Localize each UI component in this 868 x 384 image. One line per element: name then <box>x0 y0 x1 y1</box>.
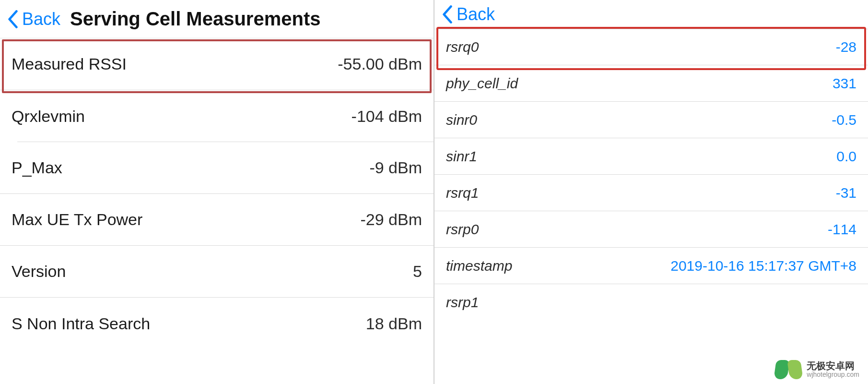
left-nav: Back Serving Cell Measurements <box>0 0 434 38</box>
row-value: 5 <box>413 262 422 281</box>
row-rsrp0[interactable]: rsrp0 -114 <box>434 211 868 248</box>
chevron-left-icon <box>8 10 18 28</box>
row-value: -104 dBm <box>352 107 422 126</box>
back-label: Back <box>22 9 60 29</box>
watermark-logo-icon <box>775 360 802 379</box>
row-timestamp[interactable]: timestamp 2019-10-16 15:17:37 GMT+8 <box>434 248 868 284</box>
row-phy-cell-id[interactable]: phy_cell_id 331 <box>434 65 868 102</box>
chevron-left-icon <box>442 5 453 24</box>
right-nav: Back <box>434 0 868 29</box>
row-label: sinr0 <box>446 112 477 128</box>
right-pane: Back rsrq0 -28 phy_cell_id 331 sinr0 -0.… <box>434 0 868 384</box>
row-sinr1[interactable]: sinr1 0.0 <box>434 138 868 175</box>
row-value: -29 dBm <box>361 210 422 229</box>
row-label: sinr1 <box>446 148 477 165</box>
back-button-right[interactable]: Back <box>442 4 495 24</box>
row-value: -31 <box>836 185 856 201</box>
row-label: rsrq1 <box>446 185 479 201</box>
back-button-left[interactable]: Back <box>8 9 60 29</box>
row-value: 0.0 <box>836 148 856 165</box>
app-frame: Back Serving Cell Measurements Measured … <box>0 0 868 384</box>
row-label: Max UE Tx Power <box>12 210 142 229</box>
row-measured-rssi[interactable]: Measured RSSI -55.00 dBm <box>0 38 434 90</box>
row-label: rsrp1 <box>446 294 479 311</box>
row-pmax[interactable]: P_Max -9 dBm <box>0 142 434 194</box>
watermark-url: wjhotelgroup.com <box>807 371 859 378</box>
row-value: 18 dBm <box>366 314 422 333</box>
row-label: rsrp0 <box>446 221 479 238</box>
row-label: timestamp <box>446 258 512 274</box>
row-qrxlevmin[interactable]: Qrxlevmin -104 dBm <box>0 90 434 142</box>
left-pane: Back Serving Cell Measurements Measured … <box>0 0 434 384</box>
watermark-title: 无极安卓网 <box>807 360 859 371</box>
watermark: 无极安卓网 wjhotelgroup.com <box>775 360 859 379</box>
row-value: -55.00 dBm <box>338 55 422 73</box>
row-label: phy_cell_id <box>446 75 518 92</box>
row-value: 2019-10-16 15:17:37 GMT+8 <box>670 258 856 274</box>
row-value: 331 <box>833 75 856 92</box>
row-value: -114 <box>828 221 856 238</box>
row-s-non-intra-search[interactable]: S Non Intra Search 18 dBm <box>0 298 434 349</box>
row-rsrq0[interactable]: rsrq0 -28 <box>434 29 868 65</box>
row-label: Measured RSSI <box>12 55 127 73</box>
row-max-ue-tx-power[interactable]: Max UE Tx Power -29 dBm <box>0 194 434 246</box>
row-rsrp1[interactable]: rsrp1 <box>434 284 868 321</box>
row-label: P_Max <box>12 158 62 177</box>
page-title: Serving Cell Measurements <box>70 8 320 30</box>
row-value: -9 dBm <box>369 158 422 177</box>
row-value: -28 <box>836 39 856 55</box>
row-value: -0.5 <box>832 112 856 128</box>
row-label: Version <box>12 262 66 281</box>
row-version[interactable]: Version 5 <box>0 246 434 298</box>
row-sinr0[interactable]: sinr0 -0.5 <box>434 102 868 138</box>
back-label: Back <box>457 4 495 24</box>
row-label: S Non Intra Search <box>12 314 150 333</box>
row-label: rsrq0 <box>446 39 479 55</box>
row-rsrq1[interactable]: rsrq1 -31 <box>434 175 868 211</box>
row-label: Qrxlevmin <box>12 107 85 126</box>
